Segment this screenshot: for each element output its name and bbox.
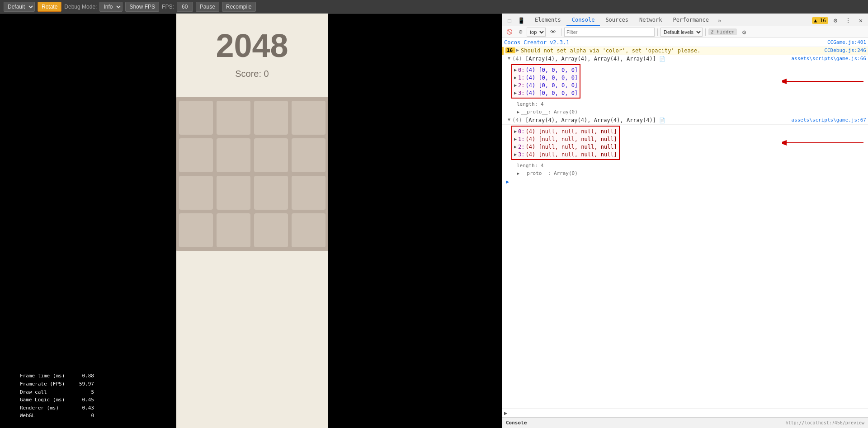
- webgl-label: WebGL: [20, 412, 74, 420]
- array1-length: length: 4: [517, 100, 866, 108]
- proto2-expand[interactable]: ▶: [517, 171, 519, 176]
- close-devtools-icon[interactable]: ✕: [855, 15, 866, 26]
- tab-network[interactable]: Network: [634, 15, 668, 26]
- cc-header-link[interactable]: CCGame.js:401: [827, 39, 866, 45]
- array1-meta: length: 4 ▶ __proto__: Array(0): [502, 99, 868, 117]
- tab-console[interactable]: Console: [566, 15, 600, 26]
- game-logic-label: Game Logic (ms): [20, 396, 74, 404]
- levels-select[interactable]: Default levels: [660, 28, 703, 37]
- warning-message: Should not set alpha via 'color', set 'o…: [521, 47, 821, 54]
- grid-cell: [179, 213, 213, 247]
- devtools-content[interactable]: Cocos Creator v2.3.1 CCGame.js:401 16 ▶ …: [502, 38, 868, 409]
- devtools-tab-icons: ▲ 16 ⚙ ⋮ ✕: [812, 15, 867, 26]
- warning-expand-arrow[interactable]: ▶: [516, 47, 519, 52]
- proto1-expand[interactable]: ▶: [517, 109, 519, 114]
- bottom-console-label: Console: [506, 420, 527, 426]
- array1-row-0: ▶ 0: (4) [0, 0, 0, 0]: [514, 66, 578, 74]
- row3-expand[interactable]: ▶: [514, 90, 517, 95]
- game-logic-value: 0.45: [76, 396, 94, 404]
- prompt-arrow-icon: ▶: [504, 410, 507, 416]
- row2-1-key: 1:: [518, 136, 524, 142]
- grid-cell: [179, 101, 213, 135]
- array1-expand-icon[interactable]: ▼: [508, 56, 510, 61]
- grid-cell: [254, 176, 288, 210]
- row0-expand[interactable]: ▶: [514, 67, 517, 72]
- devtools-inspect-icon[interactable]: ⬚: [504, 15, 515, 26]
- tab-sources[interactable]: Sources: [600, 15, 634, 26]
- fps-label: FPS:: [162, 4, 174, 10]
- draw-call-value: 5: [76, 388, 94, 396]
- grid-cell: [292, 138, 326, 172]
- row2-2-expand[interactable]: ▶: [514, 144, 517, 149]
- cc-header-text[interactable]: Cocos Creator v2.3.1: [504, 39, 824, 46]
- array2-file-link[interactable]: assets\scripts\game.js:67: [791, 117, 866, 123]
- tab-performance[interactable]: Performance: [668, 15, 714, 26]
- bottom-url: http://localhost:7456/preview: [785, 420, 864, 425]
- row2-key: 2:: [518, 82, 524, 89]
- filter-icon[interactable]: ⊘: [516, 28, 525, 37]
- array1-red-box: ▶ 0: (4) [0, 0, 0, 0] ▶ 1: (4) [0, 0, 0,…: [511, 64, 580, 99]
- grid-cell: [292, 101, 326, 135]
- array2-expand-icon[interactable]: ▼: [508, 117, 510, 122]
- row2-3-key: 3:: [518, 151, 524, 158]
- row1-key: 1:: [518, 75, 524, 81]
- array1-row-1: ▶ 1: (4) [0, 0, 0, 0]: [514, 74, 578, 81]
- more-options-icon[interactable]: ⋮: [843, 15, 854, 26]
- row0-value: (4) [0, 0, 0, 0]: [525, 67, 578, 73]
- clear-console-button[interactable]: 🚫: [505, 28, 514, 37]
- devtools-device-icon[interactable]: 📱: [516, 15, 527, 26]
- array2-row-3: ▶ 3: (4) [null, null, null, null]: [514, 151, 617, 158]
- settings-icon[interactable]: ⚙: [830, 15, 841, 26]
- row2-2-value: (4) [null, null, null, null]: [525, 144, 617, 150]
- row3-value: (4) [0, 0, 0, 0]: [525, 90, 578, 96]
- rotate-button[interactable]: Rotate: [38, 2, 61, 12]
- warning-link[interactable]: CCDebug.js:246: [824, 47, 866, 53]
- array2-proto: ▶ __proto__: Array(0): [517, 169, 866, 177]
- recompile-button[interactable]: Recompile: [222, 2, 256, 12]
- console-caret-line: ▶: [502, 178, 868, 186]
- context-select[interactable]: top: [527, 28, 546, 37]
- console-input[interactable]: [510, 410, 866, 416]
- tab-elements[interactable]: Elements: [529, 15, 566, 26]
- game-title: 2048: [216, 27, 288, 64]
- row2-expand[interactable]: ▶: [514, 83, 517, 88]
- warning-line: 16 ▶ Should not set alpha via 'color', s…: [502, 47, 868, 55]
- webgl-value: 0: [76, 412, 94, 420]
- array1-file-link[interactable]: assets\scripts\game.js:66: [791, 56, 866, 61]
- grid-cell: [179, 176, 213, 210]
- debug-mode-select[interactable]: Info: [99, 2, 123, 12]
- row1-expand[interactable]: ▶: [514, 75, 517, 80]
- show-fps-button[interactable]: Show FPS: [125, 2, 159, 12]
- row2-3-expand[interactable]: ▶: [514, 152, 517, 157]
- hidden-badge[interactable]: 2 hidden: [708, 28, 737, 35]
- pause-button[interactable]: Pause: [196, 2, 219, 12]
- array2-tree: ▶ 0: (4) [null, null, null, null] ▶ 1: (…: [502, 125, 868, 161]
- row2-1-expand[interactable]: ▶: [514, 136, 517, 141]
- array2-rows-container: ▶ 0: (4) [null, null, null, null] ▶ 1: (…: [502, 125, 868, 161]
- array1-tree: ▶ 0: (4) [0, 0, 0, 0] ▶ 1: (4) [0, 0, 0,…: [502, 63, 868, 99]
- filter-input[interactable]: [564, 28, 655, 37]
- row3-key: 3:: [518, 90, 524, 96]
- renderer-label: Renderer (ms): [20, 404, 74, 412]
- fps-input[interactable]: [177, 2, 193, 12]
- eye-icon[interactable]: 👁: [547, 27, 558, 38]
- array2-section: ▼ (4) [Array(4), Array(4), Array(4), Arr…: [502, 117, 868, 178]
- warning-badge: ▲ 16: [812, 17, 829, 24]
- array2-header: ▼ (4) [Array(4), Array(4), Array(4), Arr…: [502, 117, 868, 125]
- grid-cell: [217, 176, 250, 210]
- tab-more[interactable]: »: [714, 16, 725, 26]
- devtools-bottom-bar: Console http://localhost:7456/preview: [502, 417, 868, 428]
- draw-call-label: Draw call: [20, 388, 74, 396]
- main-area: Frame time (ms) 0.88 Framerate (FPS) 59.…: [0, 14, 868, 428]
- grid-cell: [217, 138, 250, 172]
- row2-0-key: 0:: [518, 128, 524, 135]
- row2-0-expand[interactable]: ▶: [514, 129, 517, 134]
- settings-cog-icon[interactable]: ⚙: [739, 27, 750, 38]
- array1-section: ▼ (4) [Array(4), Array(4), Array(4), Arr…: [502, 55, 868, 117]
- devtools-tabs: ⬚ 📱 Elements Console Sources Network Per…: [502, 14, 868, 26]
- array2-length: length: 4: [517, 162, 866, 169]
- devtools-toolbar: 🚫 ⊘ top 👁 Default levels 2 hidden ⚙: [502, 26, 868, 38]
- array2-summary: (4) [Array(4), Array(4), Array(4), Array…: [512, 117, 788, 123]
- profile-select[interactable]: Default: [4, 2, 35, 12]
- row2-3-value: (4) [null, null, null, null]: [525, 151, 617, 158]
